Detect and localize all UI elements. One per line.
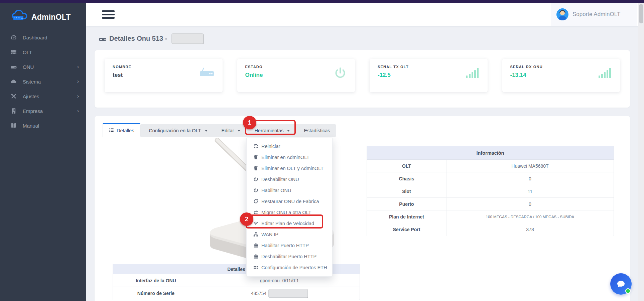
sidebar-item-label: Manual (23, 123, 39, 129)
menu-item-editar-plan-velocidad[interactable]: Editar Plan de Velocidad (247, 218, 332, 229)
menu-item-eliminar-olt-adminolt[interactable]: Eliminar en OLT y AdminOLT (247, 163, 332, 174)
dashboard-icon (11, 34, 17, 40)
sidebar-item-label: Empresa (23, 108, 43, 114)
table-row: Chasis 0 (367, 172, 614, 185)
stat-card-nombre: NOMBRE test (105, 59, 223, 92)
tab-label: Estadísticas (304, 128, 330, 133)
chevron-right-icon: › (77, 93, 79, 99)
chat-bubble-icon (616, 279, 626, 289)
adminolt-app: AdminOLT Dashboard OLT ONU › Siste (0, 0, 644, 301)
page-title: Detalles Onu 513 - (109, 35, 167, 42)
caret-down-icon (205, 130, 208, 132)
sidebar-item-sistema[interactable]: Sistema › (0, 74, 86, 89)
grid-icon (253, 265, 258, 270)
stat-cards-panel: NOMBRE test ESTADO Online SEÑAL TX OLT (95, 50, 630, 108)
avatar (556, 8, 568, 20)
annotation-step-2-badge: 2 (240, 212, 253, 226)
menu-item-habilitar-onu[interactable]: Habilitar ONU (247, 185, 332, 196)
table-row: Plan de Internet 100 MEGAS - DESCARGA / … (367, 210, 614, 223)
informacion-table: Información OLT Huawei MA5680T Chasis 0 … (367, 146, 614, 236)
chat-widget-button[interactable] (610, 273, 632, 295)
menu-item-deshabilitar-onu[interactable]: Deshabilitar ONU (247, 174, 332, 185)
menu-item-eliminar-adminolt[interactable]: Eliminar en AdminOLT (247, 152, 332, 163)
caret-down-icon (238, 130, 240, 132)
power-icon (253, 188, 258, 193)
detail-panel: Detalles Configuración en la OLT Editar … (95, 116, 630, 301)
exchange-icon (253, 210, 258, 215)
sidebar-item-label: ONU (23, 64, 34, 70)
menu-item-habilitar-http[interactable]: Habilitar Puerto HTTP (247, 240, 332, 251)
page-title-row: Detalles Onu 513 - (99, 33, 204, 44)
chevron-right-icon: › (77, 64, 79, 70)
annotation-step-1-badge: 1 (243, 116, 256, 129)
onu-icon (11, 64, 17, 70)
signal-bars-icon (598, 65, 612, 86)
sidebar-item-label: Ajustes (23, 94, 39, 99)
stat-card-senal-tx: SEÑAL TX OLT -12.5 (370, 59, 488, 92)
brand-title: AdminOLT (31, 13, 71, 22)
sidebar-item-empresa[interactable]: Empresa › (0, 104, 86, 118)
chevron-right-icon: › (77, 108, 79, 114)
sidebar: AdminOLT Dashboard OLT ONU › Siste (0, 3, 86, 301)
vertical-scrollbar[interactable] (638, 3, 644, 301)
stat-value-online: Online (245, 72, 263, 79)
stat-label: NOMBRE (113, 65, 131, 69)
sidebar-item-dashboard[interactable]: Dashboard (0, 30, 86, 45)
user-name: Soporte AdminOLT (572, 11, 620, 18)
menu-item-config-puertos-eth[interactable]: Configuración de Puertos ETH (247, 262, 332, 273)
wifi-icon (253, 221, 258, 226)
user-menu[interactable]: Soporte AdminOLT (551, 3, 637, 26)
brand[interactable]: AdminOLT (0, 3, 86, 30)
caret-down-icon (287, 130, 290, 132)
sidebar-item-label: Sistema (23, 79, 41, 85)
menu-item-reiniciar[interactable]: Reiniciar (247, 141, 332, 152)
olt-icon (11, 49, 17, 55)
tab-label: Configuración en la OLT (149, 128, 201, 133)
sidebar-item-ajustes[interactable]: Ajustes › (0, 89, 86, 104)
hamburger-menu-icon[interactable] (102, 10, 115, 20)
redacted-serial-suffix (268, 289, 308, 298)
brand-cloud-logo-icon (11, 10, 28, 24)
browser-theme-strip (0, 0, 644, 3)
table-row: Número de Serie 485754 (113, 287, 360, 300)
sitemap-icon (253, 232, 258, 237)
trash-icon (253, 155, 258, 160)
sidebar-item-manual[interactable]: Manual (0, 118, 86, 133)
herramientas-dropdown-menu: Reiniciar Eliminar en AdminOLT Eliminar … (246, 138, 333, 277)
stat-value-rx: -13.14 (510, 72, 543, 79)
bank-icon (253, 254, 258, 259)
restore-icon (253, 199, 258, 204)
table-row: Slot 11 (367, 185, 614, 198)
stat-card-estado: ESTADO Online (237, 59, 355, 92)
sidebar-item-onu[interactable]: ONU › (0, 59, 86, 74)
stat-value-tx: -12.5 (378, 72, 409, 79)
tab-detalles[interactable]: Detalles (103, 123, 140, 137)
scrollbar-thumb[interactable] (639, 4, 643, 23)
tab-label: Editar (222, 128, 234, 133)
stat-card-senal-rx: SEÑAL RX ONU -13.14 (502, 59, 620, 92)
table-row: OLT Huawei MA5680T (367, 160, 614, 172)
stat-label: SEÑAL TX OLT (378, 65, 409, 69)
signal-bars-icon (466, 65, 480, 86)
bank-icon (253, 243, 258, 248)
table-row: Service Port 378 (367, 223, 614, 236)
building-icon (11, 108, 17, 114)
stat-label: ESTADO (245, 65, 263, 69)
topbar: Soporte AdminOLT (86, 3, 638, 26)
menu-item-restaurar-fabrica[interactable]: Restaurar ONU de Fabrica (247, 196, 332, 207)
menu-item-deshabilitar-http[interactable]: Deshabilitar Puerto HTTP (247, 251, 332, 262)
informacion-table-title: Información (367, 146, 614, 160)
cloud-icon (11, 79, 17, 85)
sidebar-item-label: OLT (23, 49, 32, 55)
stat-value: test (113, 72, 131, 79)
menu-item-migrar-onu[interactable]: Migrar ONU a otra OLT (247, 207, 332, 218)
sidebar-item-olt[interactable]: OLT (0, 45, 86, 59)
power-icon (253, 177, 258, 182)
stat-label: SEÑAL RX ONU (510, 65, 543, 69)
menu-item-wan-ip[interactable]: WAN IP (247, 229, 332, 240)
tab-label: Herramientas (254, 128, 283, 133)
table-row: Puerto 0 (367, 198, 614, 210)
list-icon (109, 128, 114, 134)
refresh-icon (253, 144, 258, 149)
online-status-dot (625, 288, 631, 294)
